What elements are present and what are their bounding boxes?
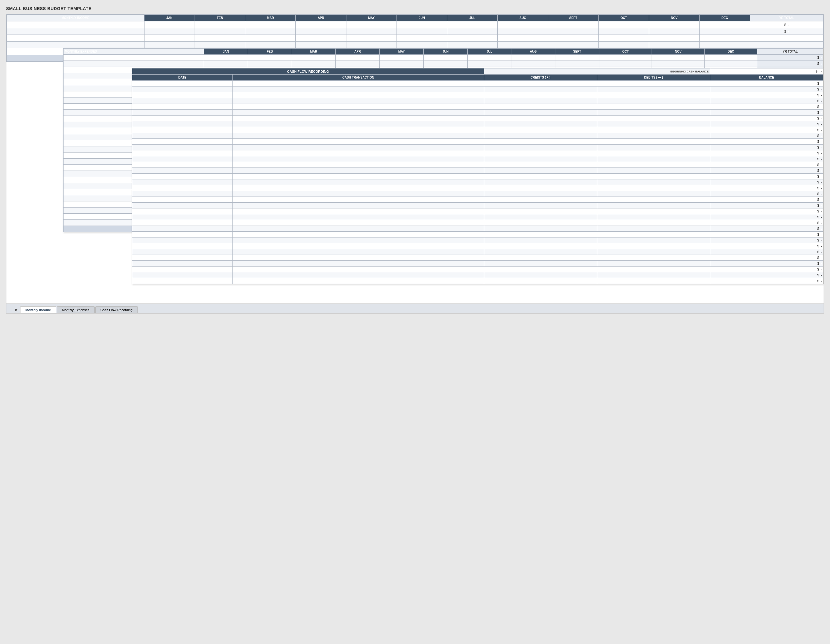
- cash-flow-table: CASH FLOW RECORDING BEGINNING CASH BALAN…: [132, 68, 823, 284]
- cashflow-row: $ -: [132, 162, 823, 168]
- cashflow-row: $ -: [132, 255, 823, 261]
- income-row: $ -: [7, 28, 824, 35]
- cashflow-row: $ -: [132, 110, 823, 116]
- tab-cash-flow-recording[interactable]: Cash Flow Recording: [95, 306, 138, 313]
- monthly-expenses-header: MONTHLY EXPENSES: [63, 49, 204, 55]
- cashflow-row: $ -: [132, 174, 823, 179]
- expenses-row: $ -: [63, 61, 823, 67]
- expenses-row: $ -: [63, 55, 823, 61]
- cashflow-row: $ -: [132, 98, 823, 104]
- tab-bar: ▶ Monthly Income Monthly Expenses Cash F…: [6, 303, 824, 313]
- income-row: $ -: [7, 21, 824, 28]
- cashflow-row: $ -: [132, 179, 823, 185]
- beginning-balance-label: BEGINNING CASH BALANCE: [484, 68, 710, 75]
- date-col-header: DATE: [132, 75, 233, 81]
- cashflow-row: $ -: [132, 81, 823, 87]
- tab-monthly-income[interactable]: Monthly Income: [20, 306, 56, 313]
- cashflow-row: $ -: [132, 208, 823, 214]
- cashflow-row: $ -: [132, 243, 823, 249]
- cashflow-row: $ -: [132, 92, 823, 98]
- income-row: [7, 41, 824, 48]
- cash-flow-sheet: CASH FLOW RECORDING BEGINNING CASH BALAN…: [131, 68, 824, 284]
- cashflow-row: $ -: [132, 168, 823, 174]
- debits-col-header: DEBITS ( — ): [597, 75, 710, 81]
- cashflow-row: $ -: [132, 144, 823, 151]
- cashflow-row: $ -: [132, 139, 823, 144]
- monthly-income-header: MONTHLY INCOME: [7, 15, 144, 21]
- tab-monthly-expenses[interactable]: Monthly Expenses: [57, 306, 95, 313]
- cashflow-row: $ -: [132, 151, 823, 156]
- cashflow-row: $ -: [132, 249, 823, 255]
- cashflow-row: $ -: [132, 197, 823, 203]
- income-row: [7, 35, 824, 41]
- cashflow-row: $ -: [132, 127, 823, 133]
- page-title: SMALL BUSINESS BUDGET TEMPLATE: [6, 6, 824, 11]
- beginning-balance-value: $ -: [710, 68, 823, 75]
- cashflow-row: $ -: [132, 116, 823, 121]
- cashflow-row: $ -: [132, 226, 823, 232]
- cashflow-row: $ -: [132, 133, 823, 139]
- cashflow-row: $ -: [132, 238, 823, 243]
- cashflow-row: $ -: [132, 261, 823, 266]
- cashflow-row: $ -: [132, 220, 823, 226]
- transaction-col-header: CASH TRANSACTION: [233, 75, 484, 81]
- cashflow-row: $ -: [132, 232, 823, 238]
- cashflow-row: $ -: [132, 156, 823, 162]
- balance-col-header: BALANCE: [710, 75, 823, 81]
- cashflow-row: $ -: [132, 272, 823, 278]
- cash-flow-header: CASH FLOW RECORDING: [132, 68, 484, 75]
- nav-arrow[interactable]: ▶: [13, 306, 20, 313]
- cashflow-row: $ -: [132, 87, 823, 92]
- cashflow-row: $ -: [132, 121, 823, 127]
- cashflow-row: $ -: [132, 104, 823, 110]
- credits-col-header: CREDITS ( + ): [484, 75, 597, 81]
- cashflow-row: $ -: [132, 185, 823, 191]
- cashflow-row: $ -: [132, 278, 823, 284]
- cashflow-row: $ -: [132, 191, 823, 197]
- cashflow-row: $ -: [132, 203, 823, 208]
- cashflow-row: $ -: [132, 214, 823, 220]
- cashflow-row: $ -: [132, 266, 823, 272]
